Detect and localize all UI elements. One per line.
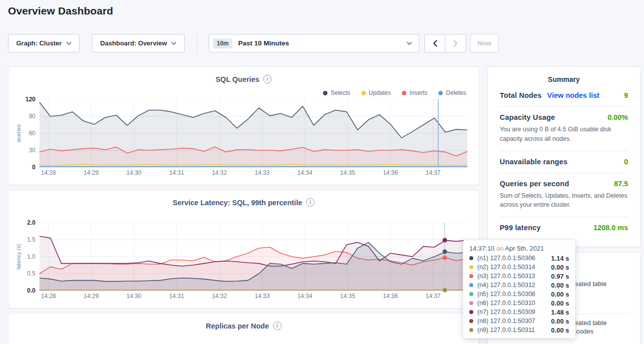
x-axis-tick-label: 14:30 bbox=[122, 293, 146, 300]
series-color-dot bbox=[469, 292, 473, 296]
info-icon[interactable]: i bbox=[306, 198, 315, 207]
chevron-left-icon bbox=[433, 40, 437, 47]
time-range-picker[interactable]: 10m Past 10 Minutes bbox=[209, 34, 419, 52]
series-color-dot bbox=[469, 283, 473, 287]
x-axis-tick-label: 14:37 bbox=[421, 169, 445, 176]
graph-dropdown[interactable]: Graph: Cluster bbox=[8, 34, 79, 52]
series-color-dot bbox=[469, 310, 473, 314]
graph-dropdown-label: Graph: Cluster bbox=[16, 39, 61, 47]
tooltip-node-value: 1.14 s bbox=[551, 255, 569, 262]
dashboard-dropdown[interactable]: Dashboard: Overview bbox=[92, 34, 185, 52]
legend-item-deletes[interactable]: Deletes bbox=[438, 89, 466, 96]
chart-svg bbox=[39, 99, 467, 167]
x-axis-tick-label: 14:34 bbox=[293, 169, 317, 176]
time-range-badge: 10m bbox=[213, 38, 232, 48]
series-color-dot bbox=[469, 328, 473, 332]
y-axis-tick-label: 1.0 bbox=[12, 253, 35, 260]
page-title: Overview Dashboard bbox=[8, 5, 113, 17]
x-axis-tick-label: 14:30 bbox=[122, 169, 146, 176]
tooltip-node-address: (n9) 127.0.0.1:50311 bbox=[477, 327, 535, 334]
crosshair-value-dot bbox=[442, 256, 447, 260]
summary-row-label: Capacity Usage bbox=[500, 113, 555, 121]
legend-item-selects[interactable]: Selects bbox=[323, 89, 350, 96]
time-prev-button[interactable] bbox=[424, 34, 445, 52]
summary-row-description: You are using 0 B of 4.5 GiB usable disk… bbox=[500, 125, 628, 144]
info-icon[interactable]: i bbox=[273, 322, 282, 330]
toolbar-divider bbox=[197, 34, 197, 52]
y-axis-tick-label: 30 bbox=[12, 147, 35, 154]
tooltip-node-row: (n3) 127.0.0.1:503130.97 s bbox=[469, 272, 569, 281]
summary-title: Summary bbox=[488, 67, 640, 85]
replicas-per-node-chart-panel: Replicas per Node i bbox=[8, 313, 479, 344]
tooltip-node-value: 0.00 s bbox=[551, 327, 569, 334]
sql-queries-chart-panel: SQL Queries i SelectsUpdatesInsertsDelet… bbox=[8, 66, 479, 185]
summary-panel: Summary Total NodesView nodes list9Capac… bbox=[487, 66, 641, 247]
legend-item-updates[interactable]: Updates bbox=[361, 89, 391, 96]
x-axis-tick-label: 14:33 bbox=[250, 169, 274, 176]
tooltip-node-value: 0.00 s bbox=[551, 318, 569, 325]
tooltip-node-value: 0.97 s bbox=[551, 273, 569, 280]
summary-row-value: 87.5 bbox=[614, 180, 628, 188]
chart-title-text: Service Latency: SQL, 99th percentile bbox=[173, 199, 303, 207]
legend-label: Updates bbox=[369, 89, 391, 96]
info-icon[interactable]: i bbox=[263, 75, 272, 83]
chart-title: Service Latency: SQL, 99th percentile i bbox=[8, 198, 479, 207]
time-range-label: Past 10 Minutes bbox=[238, 39, 289, 47]
x-axis-tick-label: 14:36 bbox=[378, 169, 402, 176]
time-next-button[interactable] bbox=[445, 34, 466, 52]
summary-rows: Total NodesView nodes list9Capacity Usag… bbox=[488, 85, 640, 239]
tooltip-node-row: (n5) 127.0.0.1:503080.00 s bbox=[469, 290, 569, 299]
legend-item-inserts[interactable]: Inserts bbox=[402, 89, 427, 96]
x-axis-tick-label: 14:31 bbox=[165, 293, 189, 300]
y-axis-tick-label: 2.0 bbox=[12, 219, 35, 226]
tooltip-on-word: on bbox=[496, 245, 503, 252]
chart-svg bbox=[39, 223, 467, 291]
tooltip-time: 14:37:10 bbox=[469, 245, 495, 252]
y-axis-tick-label: 0.5 bbox=[12, 270, 35, 277]
view-nodes-list-link[interactable]: View nodes list bbox=[547, 91, 600, 99]
service-latency-chart-panel: Service Latency: SQL, 99th percentile i … bbox=[8, 190, 479, 309]
chart-title-text: Replicas per Node bbox=[206, 322, 269, 330]
chart-hover-tooltip: 14:37:10 on Apr 5th, 2021 (n1) 127.0.0.1… bbox=[463, 240, 576, 339]
sql-queries-plot-area[interactable] bbox=[39, 99, 467, 167]
tooltip-node-address: (n1) 127.0.0.1:50306 bbox=[477, 255, 535, 262]
y-axis-tick-label: 60 bbox=[12, 130, 35, 137]
y-axis-tick-label: 0 bbox=[12, 164, 35, 171]
x-axis-tick-label: 14:33 bbox=[250, 293, 274, 300]
tooltip-node-row: (n2) 127.0.0.1:503140.00 s bbox=[469, 263, 569, 272]
series-color-dot bbox=[469, 265, 473, 269]
tooltip-node-value: 1.48 s bbox=[551, 309, 569, 316]
tooltip-node-address: (n2) 127.0.0.1:50314 bbox=[477, 264, 535, 271]
x-axis-tick-label: 14:32 bbox=[207, 169, 231, 176]
x-axis-tick-label: 14:28 bbox=[36, 293, 60, 300]
x-axis-tick-label: 14:32 bbox=[207, 293, 231, 300]
tooltip-node-address: (n7) 127.0.0.1:50309 bbox=[477, 309, 535, 316]
chevron-down-icon bbox=[66, 42, 71, 45]
x-axis-tick-label: 14:36 bbox=[378, 293, 402, 300]
summary-row-label: P99 latency bbox=[500, 224, 541, 232]
tooltip-node-value: 0.00 s bbox=[551, 282, 569, 289]
chevron-down-icon bbox=[171, 42, 176, 45]
summary-row-value: 9 bbox=[624, 91, 628, 99]
y-axis-tick-label: 0.0 bbox=[12, 287, 35, 294]
x-axis-tick-label: 14:34 bbox=[293, 293, 317, 300]
chart-title: Replicas per Node i bbox=[8, 322, 479, 330]
summary-row-description: Sum of Selects, Updates, Inserts, and De… bbox=[500, 191, 628, 210]
x-axis-tick-label: 14:31 bbox=[165, 169, 189, 176]
y-axis-tick-label: 90 bbox=[12, 113, 35, 120]
legend-label: Selects bbox=[330, 89, 350, 96]
tooltip-rows: (n1) 127.0.0.1:503061.14 s(n2) 127.0.0.1… bbox=[469, 254, 569, 335]
tooltip-node-row: (n6) 127.0.0.1:503100.00 s bbox=[469, 299, 569, 308]
summary-row: P99 latency1208.0 ms bbox=[500, 217, 628, 239]
service-latency-plot-area[interactable] bbox=[39, 223, 467, 291]
summary-row-label: Queries per second bbox=[500, 180, 569, 188]
tooltip-node-address: (n8) 127.0.0.1:50307 bbox=[477, 318, 535, 325]
tooltip-node-row: (n7) 127.0.0.1:503091.48 s bbox=[469, 308, 569, 317]
time-step-buttons bbox=[424, 34, 466, 52]
legend-dot bbox=[323, 91, 327, 95]
tooltip-node-row: (n9) 127.0.0.1:503110.00 s bbox=[469, 326, 569, 335]
now-button[interactable]: Now bbox=[470, 34, 499, 52]
tooltip-node-value: 0.00 s bbox=[551, 264, 569, 271]
series-color-dot bbox=[469, 319, 473, 323]
summary-row: Queries per second87.5Sum of Selects, Up… bbox=[500, 173, 628, 217]
